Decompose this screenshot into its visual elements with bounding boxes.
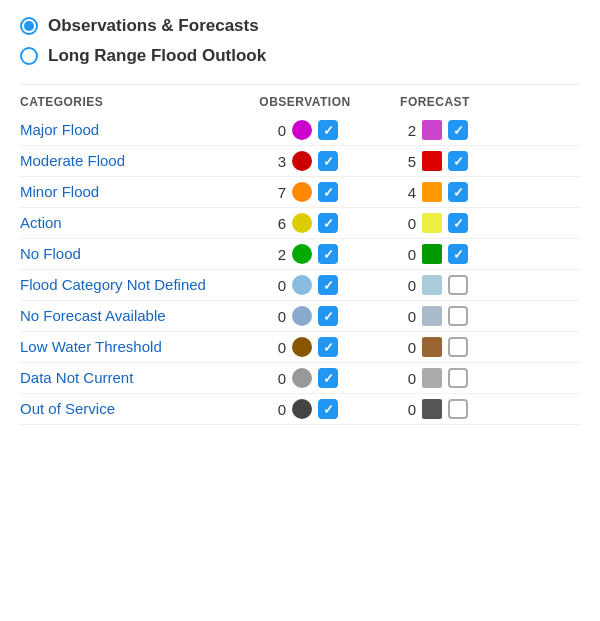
radio-group: Observations & ForecastsLong Range Flood… — [20, 16, 580, 66]
obs-checkbox[interactable] — [318, 244, 338, 264]
fcast-color-indicator — [422, 399, 442, 419]
observation-cell: 0 — [240, 368, 370, 388]
fcast-count: 4 — [402, 184, 416, 201]
obs-color-indicator — [292, 306, 312, 326]
category-name: No Forecast Available — [20, 306, 240, 326]
fcast-checkbox[interactable] — [448, 306, 468, 326]
obs-color-indicator — [292, 399, 312, 419]
table-row: Major Flood02 — [20, 115, 580, 146]
fcast-color-indicator — [422, 182, 442, 202]
radio-option-long-range[interactable]: Long Range Flood Outlook — [20, 46, 580, 66]
fcast-color-indicator — [422, 151, 442, 171]
category-name: Major Flood — [20, 120, 240, 140]
fcast-color-indicator — [422, 368, 442, 388]
obs-count: 0 — [272, 277, 286, 294]
col-header-forecast: FORECAST — [370, 95, 500, 109]
fcast-checkbox[interactable] — [448, 213, 468, 233]
table-row: Action60 — [20, 208, 580, 239]
category-name: Flood Category Not Defined — [20, 275, 240, 295]
forecast-cell: 0 — [370, 244, 500, 264]
fcast-checkbox[interactable] — [448, 151, 468, 171]
obs-checkbox[interactable] — [318, 182, 338, 202]
forecast-cell: 0 — [370, 306, 500, 326]
fcast-color-indicator — [422, 337, 442, 357]
fcast-checkbox[interactable] — [448, 337, 468, 357]
category-name: No Flood — [20, 244, 240, 264]
category-name: Low Water Threshold — [20, 337, 240, 357]
obs-checkbox[interactable] — [318, 337, 338, 357]
fcast-checkbox[interactable] — [448, 244, 468, 264]
fcast-count: 5 — [402, 153, 416, 170]
col-header-categories: CATEGORIES — [20, 95, 240, 109]
fcast-checkbox[interactable] — [448, 120, 468, 140]
forecast-cell: 5 — [370, 151, 500, 171]
forecast-cell: 0 — [370, 337, 500, 357]
obs-count: 7 — [272, 184, 286, 201]
forecast-cell: 0 — [370, 275, 500, 295]
obs-color-indicator — [292, 182, 312, 202]
obs-count: 0 — [272, 122, 286, 139]
obs-color-indicator — [292, 244, 312, 264]
obs-count: 0 — [272, 370, 286, 387]
forecast-cell: 2 — [370, 120, 500, 140]
fcast-count: 0 — [402, 339, 416, 356]
fcast-count: 0 — [402, 370, 416, 387]
obs-checkbox[interactable] — [318, 306, 338, 326]
category-name: Data Not Current — [20, 368, 240, 388]
fcast-count: 0 — [402, 215, 416, 232]
observation-cell: 0 — [240, 399, 370, 419]
obs-count: 0 — [272, 308, 286, 325]
obs-color-indicator — [292, 151, 312, 171]
table-row: Out of Service00 — [20, 394, 580, 425]
category-name: Minor Flood — [20, 182, 240, 202]
observation-cell: 0 — [240, 120, 370, 140]
col-header-observation: OBSERVATION — [240, 95, 370, 109]
fcast-color-indicator — [422, 120, 442, 140]
fcast-count: 2 — [402, 122, 416, 139]
observation-cell: 2 — [240, 244, 370, 264]
table-row: Flood Category Not Defined00 — [20, 270, 580, 301]
obs-count: 0 — [272, 401, 286, 418]
radio-circle-obs-forecast — [20, 17, 38, 35]
fcast-count: 0 — [402, 308, 416, 325]
radio-circle-long-range — [20, 47, 38, 65]
table-row: Low Water Threshold00 — [20, 332, 580, 363]
category-name: Moderate Flood — [20, 151, 240, 171]
observation-cell: 7 — [240, 182, 370, 202]
forecast-cell: 0 — [370, 368, 500, 388]
obs-count: 0 — [272, 339, 286, 356]
fcast-color-indicator — [422, 213, 442, 233]
obs-color-indicator — [292, 337, 312, 357]
table-row: Minor Flood74 — [20, 177, 580, 208]
observation-cell: 0 — [240, 337, 370, 357]
obs-color-indicator — [292, 120, 312, 140]
forecast-cell: 4 — [370, 182, 500, 202]
obs-checkbox[interactable] — [318, 213, 338, 233]
obs-checkbox[interactable] — [318, 151, 338, 171]
fcast-color-indicator — [422, 306, 442, 326]
observation-cell: 0 — [240, 275, 370, 295]
obs-count: 2 — [272, 246, 286, 263]
fcast-checkbox[interactable] — [448, 368, 468, 388]
observation-cell: 0 — [240, 306, 370, 326]
obs-checkbox[interactable] — [318, 399, 338, 419]
header-row: CATEGORIES OBSERVATION FORECAST — [20, 84, 580, 109]
category-name: Action — [20, 213, 240, 233]
obs-checkbox[interactable] — [318, 120, 338, 140]
fcast-checkbox[interactable] — [448, 399, 468, 419]
obs-checkbox[interactable] — [318, 275, 338, 295]
radio-label-obs-forecast: Observations & Forecasts — [48, 16, 259, 36]
obs-checkbox[interactable] — [318, 368, 338, 388]
observation-cell: 6 — [240, 213, 370, 233]
table-row: Data Not Current00 — [20, 363, 580, 394]
fcast-count: 0 — [402, 401, 416, 418]
fcast-checkbox[interactable] — [448, 182, 468, 202]
fcast-color-indicator — [422, 244, 442, 264]
radio-label-long-range: Long Range Flood Outlook — [48, 46, 266, 66]
fcast-checkbox[interactable] — [448, 275, 468, 295]
obs-color-indicator — [292, 368, 312, 388]
forecast-cell: 0 — [370, 399, 500, 419]
radio-option-obs-forecast[interactable]: Observations & Forecasts — [20, 16, 580, 36]
table-row: No Flood20 — [20, 239, 580, 270]
obs-color-indicator — [292, 275, 312, 295]
